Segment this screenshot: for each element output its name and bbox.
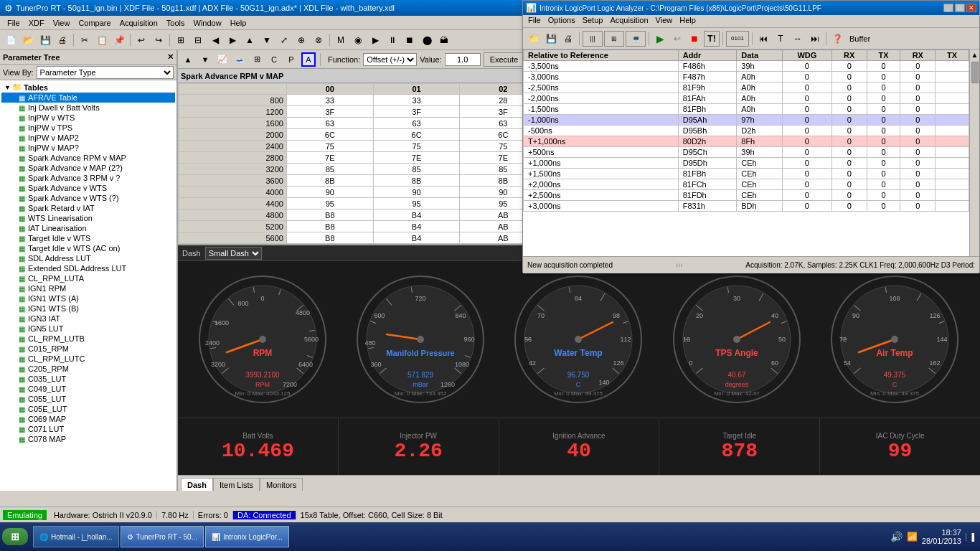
function-value-input[interactable] (445, 53, 481, 66)
speaker-icon[interactable]: 🔊 (890, 531, 903, 542)
cut-button[interactable]: ✂ (77, 32, 93, 48)
tree-item-32[interactable]: ▦C069 MAP (1, 414, 175, 424)
tab-item-lists[interactable]: Item Lists (213, 478, 260, 491)
logic-maximize[interactable]: □ (955, 4, 965, 12)
tree-item-10[interactable]: ▦Spark Advance v WTS (?) (1, 193, 175, 203)
taskbar-item-logic[interactable]: 📊 Intronix LogicPor... (205, 526, 289, 547)
paste-button[interactable]: 📌 (111, 32, 127, 48)
tab-monitors[interactable]: Monitors (260, 478, 303, 491)
cell-9-1[interactable]: 95 (373, 198, 460, 209)
execute-button[interactable]: Execute (484, 52, 525, 67)
tree-item-22[interactable]: ▦IGN3 IAT (1, 314, 175, 324)
logic-close[interactable]: ✕ (966, 4, 976, 12)
logic-table-row[interactable]: -2,000ns81FAhA0h0000 (524, 93, 969, 104)
new-button[interactable]: 📄 (3, 32, 19, 48)
tree-item-33[interactable]: ▦C071 LUT (1, 424, 175, 434)
table-up-button[interactable]: ▲ (181, 52, 195, 67)
logic-menu-help[interactable]: Help (676, 15, 699, 27)
cell-10-0[interactable]: B8 (286, 209, 373, 221)
table-graph-button[interactable]: 📈 (215, 52, 230, 67)
cell-0-1[interactable]: 33 (373, 95, 460, 106)
logic-text[interactable]: T! (704, 31, 720, 47)
tree-item-28[interactable]: ▦C035_LUT (1, 374, 175, 384)
cell-6-0[interactable]: 85 (286, 164, 373, 175)
cell-3-1[interactable]: 6C (373, 129, 460, 141)
tree-item-17[interactable]: ▦Extended SDL Address LUT (1, 263, 175, 273)
menu-compare[interactable]: Compare (74, 18, 115, 28)
logic-minimize[interactable]: _ (943, 4, 953, 12)
toolbar-btn-12[interactable]: ▶ (367, 32, 383, 48)
cell-1-1[interactable]: 3F (373, 106, 460, 118)
tree-item-4[interactable]: ▦InjPW v MAP2 (1, 133, 175, 143)
cell-12-0[interactable]: B8 (286, 232, 373, 244)
tree-item-19[interactable]: ▦IGN1 RPM (1, 283, 175, 293)
logic-scrollbar[interactable]: ▲ (969, 50, 979, 256)
logic-table-row[interactable]: +2,500ns81FDhCEh0000 (524, 190, 969, 201)
cell-0-0[interactable]: 33 (286, 95, 373, 106)
cell-12-1[interactable]: B4 (373, 232, 460, 244)
table-down-button[interactable]: ▼ (198, 52, 212, 67)
logic-menu-acquisition[interactable]: Acquisition (606, 15, 651, 27)
tree-item-34[interactable]: ▦C078 MAP (1, 434, 175, 444)
toolbar-btn-11[interactable]: ◉ (350, 32, 366, 48)
cell-9-0[interactable]: 95 (286, 198, 373, 209)
cell-3-0[interactable]: 6C (286, 129, 373, 141)
logic-nav-4[interactable]: ⏭ (807, 31, 823, 47)
scroll-up-btn[interactable]: ▲ (970, 50, 979, 60)
toolbar-btn-6[interactable]: ▼ (259, 32, 275, 48)
tree-item-7[interactable]: ▦Spark Advance v MAP (2?) (1, 163, 175, 173)
start-button[interactable]: ⊞ (2, 528, 28, 545)
menu-acquisition[interactable]: Acquisition (116, 18, 162, 28)
view-by-select[interactable]: Parameter Type (37, 66, 174, 79)
cell-11-0[interactable]: B8 (286, 221, 373, 232)
logic-menu-file[interactable]: File (524, 15, 545, 27)
tree-item-9[interactable]: ▦Spark Advance v WTS (1, 183, 175, 193)
logic-menu-view[interactable]: View (652, 15, 677, 27)
tree-tables-parent[interactable]: ▼ 📁 Tables (1, 82, 175, 93)
save-button[interactable]: 💾 (37, 32, 53, 48)
logic-table-row[interactable]: +500nsD95Ch39h0000 (524, 147, 969, 158)
logic-table-row[interactable]: +3,000nsF831hBDh0000 (524, 201, 969, 212)
cell-5-0[interactable]: 7E (286, 152, 373, 164)
show-desktop-btn[interactable]: ▐ (966, 533, 974, 541)
logic-tool-5[interactable]: ⊞ (604, 31, 624, 47)
taskbar-item-hotmail[interactable]: 🌐 Hotmail - j_hollan... (33, 526, 119, 547)
tree-item-5[interactable]: ▦InjPW v MAP? (1, 143, 175, 153)
logic-tool-1[interactable]: 📁 (526, 31, 542, 47)
tree-item-3[interactable]: ▦InjPW v TPS (1, 123, 175, 133)
tree-item-24[interactable]: ▦CL_RPM_LUTB (1, 334, 175, 344)
logic-table-row[interactable]: -2,500ns81F9hA0h0000 (524, 83, 969, 93)
tree-item-13[interactable]: ▦IAT Linearisation (1, 223, 175, 233)
logic-tool-3[interactable]: 🖨 (560, 31, 576, 47)
logic-nav-3[interactable]: ↔ (790, 31, 806, 47)
tree-item-14[interactable]: ▦Target Idle v WTS (1, 233, 175, 243)
toolbar-btn-15[interactable]: ⬤ (419, 32, 435, 48)
table-3d-button[interactable]: 🗻 (232, 52, 247, 67)
tree-item-1[interactable]: ▦Inj Dwell v Batt Volts (1, 103, 175, 113)
tree-item-20[interactable]: ▦IGN1 WTS (A) (1, 293, 175, 303)
logic-run[interactable]: ▶ (652, 31, 668, 47)
tree-item-30[interactable]: ▦C055_LUT (1, 394, 175, 404)
redo-button[interactable]: ↪ (151, 32, 166, 48)
cell-8-1[interactable]: 90 (373, 187, 460, 198)
table-copy-button[interactable]: C (267, 52, 281, 67)
tree-item-11[interactable]: ▦Spark Retard v IAT (1, 203, 175, 213)
cell-8-0[interactable]: 90 (286, 187, 373, 198)
logic-menu-setup[interactable]: Setup (579, 15, 607, 27)
toolbar-btn-13[interactable]: ⏸ (385, 32, 400, 48)
menu-window[interactable]: Window (189, 18, 226, 28)
cell-2-1[interactable]: 63 (373, 118, 460, 129)
undo-button[interactable]: ↩ (133, 32, 149, 48)
logic-table-row[interactable]: -1,000nsD95Ah97h0000 (524, 115, 969, 126)
logic-tool-2[interactable]: 💾 (543, 31, 559, 47)
toolbar-btn-16[interactable]: 🏔 (436, 32, 452, 48)
tree-item-6[interactable]: ▦Spark Advance RPM v MAP (1, 153, 175, 163)
cell-4-1[interactable]: 75 (373, 141, 460, 152)
menu-help[interactable]: Help (226, 18, 251, 28)
tree-item-8[interactable]: ▦Spark Advance 3 RPM v ? (1, 173, 175, 183)
tree-item-29[interactable]: ▦C049_LUT (1, 384, 175, 394)
logic-stop[interactable]: ↩ (669, 31, 685, 47)
tree-item-25[interactable]: ▦C015_RPM (1, 344, 175, 354)
tree-item-21[interactable]: ▦IGN1 WTS (B) (1, 303, 175, 314)
logic-nav-2[interactable]: T (773, 31, 788, 47)
